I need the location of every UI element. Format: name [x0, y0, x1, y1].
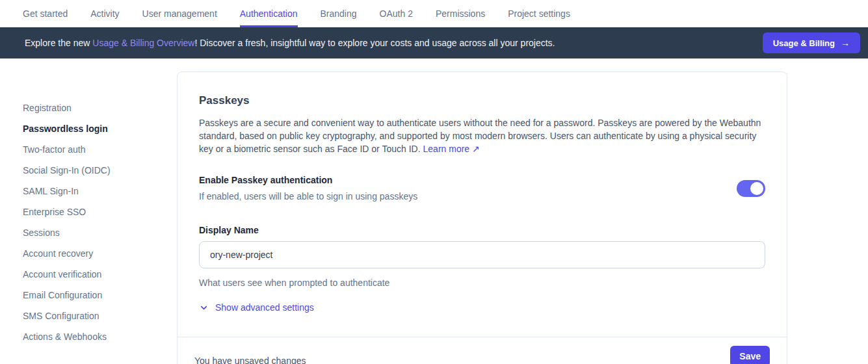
passkeys-card: Passkeys Passkeys are a secure and conve…	[177, 72, 787, 364]
display-name-label: Display Name	[199, 225, 765, 235]
save-button[interactable]: Save	[730, 346, 770, 364]
nav-tab-activity[interactable]: Activity	[90, 0, 119, 27]
learn-more-link[interactable]: Learn more ↗	[423, 144, 480, 154]
nav-tab-user-management[interactable]: User management	[142, 0, 217, 27]
toggle-knob	[750, 182, 763, 195]
enable-passkey-label: Enable Passkey authentication	[199, 175, 417, 185]
enable-passkey-toggle[interactable]	[737, 180, 765, 197]
display-name-helper: What users see when prompted to authenti…	[199, 278, 765, 288]
nav-tab-authentication[interactable]: Authentication	[240, 0, 298, 27]
page-title: Passkeys	[199, 94, 765, 107]
passkeys-description-text: Passkeys are a secure and convenient way…	[199, 118, 761, 154]
settings-sidebar: RegistrationPasswordless loginTwo-factor…	[0, 58, 177, 347]
banner-text-intro: Explore the new	[25, 38, 92, 48]
show-advanced-settings-link[interactable]: Show advanced settings	[199, 302, 314, 313]
learn-more-label: Learn more	[423, 144, 470, 154]
show-advanced-settings-label: Show advanced settings	[215, 302, 314, 313]
sidebar-item-email-configuration[interactable]: Email Configuration	[23, 285, 177, 306]
display-name-block: Display Name What users see when prompte…	[199, 225, 765, 288]
nav-tab-project-settings[interactable]: Project settings	[508, 0, 570, 27]
arrow-right-icon: →	[841, 38, 850, 48]
sidebar-item-sms-configuration[interactable]: SMS Configuration	[23, 306, 177, 326]
enable-passkey-description: If enabled, users will be able to sign i…	[199, 191, 417, 202]
nav-tab-permissions[interactable]: Permissions	[436, 0, 485, 27]
sidebar-item-registration[interactable]: Registration	[23, 98, 177, 118]
card-footer: You have unsaved changes Save	[178, 337, 787, 364]
top-nav: Get startedActivityUser managementAuthen…	[0, 0, 868, 27]
announcement-banner: Explore the new Usage & Billing Overview…	[0, 27, 868, 58]
sidebar-item-account-verification[interactable]: Account verification	[23, 264, 177, 285]
sidebar-item-enterprise-sso[interactable]: Enterprise SSO	[23, 202, 177, 222]
sidebar-item-social-sign-in-oidc-[interactable]: Social Sign-In (OIDC)	[23, 160, 177, 181]
sidebar-item-two-factor-auth[interactable]: Two-factor auth	[23, 139, 177, 160]
usage-billing-button[interactable]: Usage & Billing →	[763, 32, 860, 53]
unsaved-changes-status: You have unsaved changes	[194, 356, 306, 364]
sidebar-item-sessions[interactable]: Sessions	[23, 222, 177, 243]
usage-billing-button-label: Usage & Billing	[773, 38, 835, 48]
sidebar-item-saml-sign-in[interactable]: SAML Sign-In	[23, 181, 177, 202]
display-name-input[interactable]	[199, 241, 765, 268]
nav-tab-get-started[interactable]: Get started	[23, 0, 68, 27]
banner-message: Explore the new Usage & Billing Overview…	[25, 38, 763, 48]
nav-tab-oauth-2[interactable]: OAuth 2	[380, 0, 413, 27]
usage-billing-overview-link[interactable]: Usage & Billing Overview	[92, 38, 194, 48]
sidebar-item-passwordless-login[interactable]: Passwordless login	[23, 118, 177, 139]
nav-tab-branding[interactable]: Branding	[321, 0, 357, 27]
banner-text-rest: ! Discover a fresh, insightful way to ex…	[194, 38, 555, 48]
passkeys-description: Passkeys are a secure and convenient way…	[199, 116, 765, 155]
sidebar-item-account-recovery[interactable]: Account recovery	[23, 243, 177, 264]
chevron-down-icon	[199, 303, 209, 313]
sidebar-item-actions-webhooks[interactable]: Actions & Webhooks	[23, 326, 177, 347]
enable-passkey-texts: Enable Passkey authentication If enabled…	[199, 175, 417, 202]
external-link-icon: ↗	[472, 144, 480, 154]
enable-passkey-row: Enable Passkey authentication If enabled…	[199, 175, 765, 202]
